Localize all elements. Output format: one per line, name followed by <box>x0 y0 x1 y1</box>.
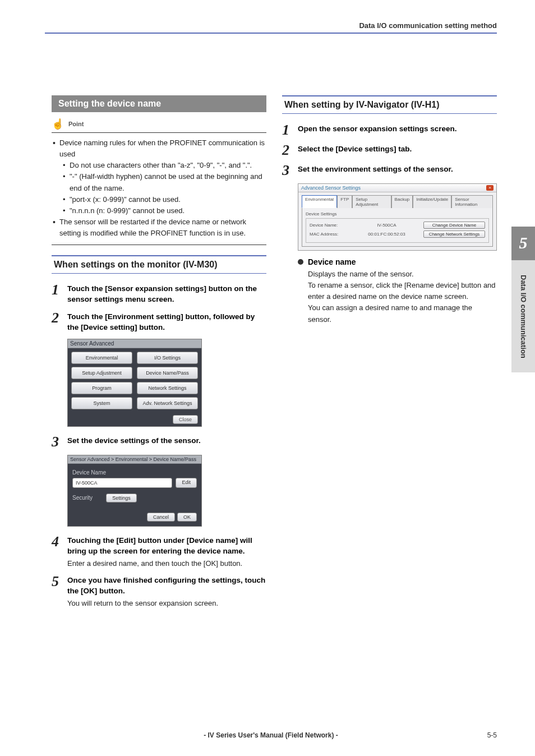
step-title: Once you have finished configuring the s… <box>67 575 266 597</box>
step-title: Touch the [Sensor expansion settings] bu… <box>67 284 266 305</box>
ss-change-name-button[interactable]: Change Device Name <box>423 222 485 229</box>
ss-button[interactable]: I/O Settings <box>137 352 198 364</box>
ss-value: IV-500CA <box>350 223 423 228</box>
ss-tab-backup[interactable]: Backup <box>391 195 413 208</box>
step-description: You will return to the sensor expansion … <box>67 598 266 609</box>
side-tab: 5 Data I/O communication <box>511 227 535 372</box>
ss-label: Device Name: <box>310 223 350 228</box>
ss-button[interactable]: Network Settings <box>137 382 198 394</box>
point-icon: ☝ <box>52 118 64 130</box>
step-title: Touch the [Environment setting] button, … <box>67 312 266 333</box>
step-title: Select the [Device settings] tab. <box>298 144 497 155</box>
step-title: Open the sensor expansion settings scree… <box>298 124 497 135</box>
point-label: ☝ Point <box>52 118 266 130</box>
ss-security-label: Security <box>72 495 93 501</box>
bullet-icon <box>298 259 303 265</box>
subsection-title: When setting by IV-Navigator (IV-H1) <box>282 95 497 114</box>
ss-button[interactable]: Device Name/Pass <box>137 367 198 379</box>
step-1: 1 Touch the [Sensor expansion settings] … <box>52 283 266 305</box>
left-column: Setting the device name ☝ Point Device n… <box>52 95 266 615</box>
ss-button[interactable]: System <box>71 397 132 409</box>
ss-ok-button[interactable]: OK <box>177 513 197 522</box>
step-description: Enter a desired name, and then touch the… <box>67 559 266 569</box>
ss-change-network-button[interactable]: Change Network Settings <box>423 231 485 238</box>
ss-fieldset-label: Device Settings <box>306 211 489 216</box>
step-number: 1 <box>282 123 293 137</box>
ss-cancel-button[interactable]: Cancel <box>147 513 175 522</box>
step-r1: 1 Open the sensor expansion settings scr… <box>282 123 497 137</box>
ss-label: MAC Address: <box>310 232 350 237</box>
step-number: 3 <box>52 435 63 449</box>
screenshot-device-name: Sensor Advanced > Environmental > Device… <box>67 455 202 527</box>
page-number: 5-5 <box>487 731 497 739</box>
step-title: Set the device settings of the sensor. <box>67 436 266 446</box>
point-subitem: Do not use characters other than "a-z", … <box>63 160 265 171</box>
step-2: 2 Touch the [Environment setting] button… <box>52 311 266 333</box>
step-number: 2 <box>282 143 293 158</box>
ss-edit-button[interactable]: Edit <box>176 478 197 488</box>
step-4: 4 Touching the [Edit] button under [Devi… <box>52 534 266 569</box>
subsection-title: When settings on the monitor (IV-M30) <box>52 255 266 274</box>
footer-center: - IV Series User's Manual (Field Network… <box>204 731 338 739</box>
step-number: 2 <box>52 311 63 333</box>
ss-tab-ftp[interactable]: FTP <box>337 195 352 208</box>
point-item: Device naming rules for when the PROFINE… <box>59 139 265 158</box>
ss-button[interactable]: Program <box>71 382 132 394</box>
bullet-description: Displays the name of the sensor. To rena… <box>308 269 497 325</box>
ss-window-title: Advanced Sensor Settings <box>301 185 361 191</box>
ss-close-button[interactable]: Close <box>173 415 198 424</box>
ss-value: 00:01:FC:00:52:03 <box>350 232 423 237</box>
screenshot-advanced-settings: Advanced Sensor Settings × Environmental… <box>298 183 497 251</box>
ss-settings-button[interactable]: Settings <box>106 494 137 503</box>
step-3: 3 Set the device settings of the sensor. <box>52 435 266 449</box>
step-number: 5 <box>52 574 63 609</box>
right-column: When setting by IV-Navigator (IV-H1) 1 O… <box>282 95 497 615</box>
bullet-title: Device name <box>308 257 356 266</box>
step-number: 3 <box>282 163 293 178</box>
ss-device-name-input[interactable]: IV-500CA <box>72 478 172 488</box>
point-subitem: "port-x (x: 0-999)" cannot be used. <box>63 194 265 205</box>
screenshot-sensor-advanced: Sensor Advanced Environmental Setup Adju… <box>67 339 202 427</box>
point-text: Point <box>68 121 84 127</box>
step-title: Touching the [Edit] button under [Device… <box>67 536 266 557</box>
chapter-label: Data I/O communication <box>511 260 535 372</box>
ss-window-title: Sensor Advanced > Environmental > Device… <box>68 455 201 464</box>
ss-button[interactable]: Adv. Network Settings <box>137 397 198 409</box>
step-r3: 3 Set the environment settings of the se… <box>282 163 497 178</box>
page-header: Data I/O communication setting method <box>359 21 497 30</box>
ss-tab-environmental[interactable]: Environmental <box>302 195 337 208</box>
ss-button[interactable]: Setup Adjustment <box>71 367 132 379</box>
step-number: 1 <box>52 283 63 305</box>
step-5: 5 Once you have finished configuring the… <box>52 574 266 609</box>
ss-field-label: Device Name <box>72 469 197 476</box>
step-number: 4 <box>52 534 63 569</box>
point-item: The sensor will be restarted if the devi… <box>53 216 265 239</box>
ss-tab-setup[interactable]: Setup Adjustment <box>352 195 391 208</box>
ss-tab-sensor-info[interactable]: Sensor Information <box>451 195 493 208</box>
page-footer: - IV Series User's Manual (Field Network… <box>45 731 497 739</box>
section-title: Setting the device name <box>52 95 266 112</box>
point-subitem: "n.n.n.n (n: 0-999)" cannot be used. <box>63 205 265 216</box>
close-icon[interactable]: × <box>486 185 494 191</box>
ss-button[interactable]: Environmental <box>71 352 132 364</box>
step-r2: 2 Select the [Device settings] tab. <box>282 143 497 158</box>
chapter-number: 5 <box>511 227 535 260</box>
point-subitem: "-" (Half-width hyphen) cannot be used a… <box>63 171 265 193</box>
ss-window-title: Sensor Advanced <box>68 339 201 348</box>
header-divider <box>45 33 497 34</box>
point-box: Device naming rules for when the PROFINE… <box>52 132 266 245</box>
step-title: Set the environment settings of the sens… <box>298 164 497 175</box>
ss-tab-init[interactable]: Initialize/Update <box>413 195 451 208</box>
